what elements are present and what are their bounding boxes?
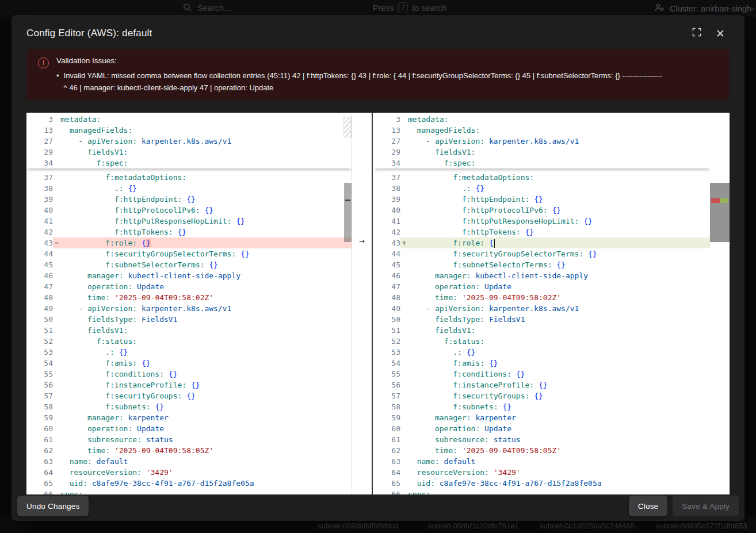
diff-gutter-sash[interactable] (352, 113, 373, 494)
gutter-space (400, 227, 408, 237)
code-line[interactable]: 53 .: {} (26, 347, 352, 358)
code-line[interactable]: 43− f:role: {} (26, 237, 352, 248)
code-line[interactable]: 13 managedFields: (26, 125, 352, 136)
code-line[interactable]: 44 f:securityGroupSelectorTerms: {} (26, 248, 352, 259)
code-line[interactable]: 59 manager: karpenter (26, 412, 352, 423)
code-line[interactable]: 60 operation: Update (26, 423, 352, 434)
code-text: subresource: status (53, 434, 352, 445)
code-line[interactable]: 38 .: {} (374, 183, 710, 194)
code-line[interactable]: 45 f:subnetSelectorTerms: {} (26, 259, 352, 270)
code-line[interactable]: 34 f:spec: (374, 158, 710, 168)
code-line[interactable]: 46 manager: kubectl-client-side-apply (374, 270, 710, 281)
code-line[interactable]: 37 f:metadataOptions: (374, 172, 710, 183)
code-line[interactable]: 56 f:instanceProfile: {} (374, 379, 710, 390)
code-line[interactable]: 55 f:conditions: {} (26, 369, 352, 379)
code-line[interactable]: 41 f:httpPutResponseHopLimit: {} (26, 216, 352, 227)
code-line[interactable]: 40 f:httpProtocolIPv6: {} (374, 205, 710, 216)
code-line[interactable]: 39 f:httpEndpoint: {} (26, 194, 352, 205)
code-line[interactable]: 55 f:conditions: {} (374, 369, 710, 379)
gutter-space (53, 136, 60, 147)
code-line[interactable]: 39 f:httpEndpoint: {} (374, 194, 710, 205)
code-line[interactable]: 48 time: '2025-09-04T09:58:02Z' (374, 292, 710, 303)
code-line[interactable]: 58 f:subnets: {} (26, 401, 352, 412)
save-apply-button[interactable]: Save & Apply (673, 496, 739, 516)
code-line[interactable]: 49 - apiVersion: karpenter.k8s.aws/v1 (374, 303, 710, 314)
code-line[interactable]: 63 name: default (374, 456, 710, 467)
error-icon: ! (38, 57, 49, 68)
code-line[interactable]: 62 time: '2025-09-04T09:58:05Z' (26, 445, 352, 456)
code-line[interactable]: 29 fieldsV1: (26, 147, 352, 158)
code-text: f:amis: {} (53, 358, 352, 369)
code-line[interactable]: 60 operation: Update (374, 423, 710, 434)
code-line[interactable]: 43+ f:role: { (374, 237, 710, 248)
code-line[interactable]: 52 f:status: (26, 336, 352, 347)
code-text: fieldsType: FieldsV1 (53, 314, 352, 325)
code-line[interactable]: 37 f:metadataOptions: (26, 172, 352, 183)
code-text: managedFields: (53, 125, 352, 136)
code-line[interactable]: 40 f:httpProtocolIPv6: {} (26, 205, 352, 216)
yaml-diff-editor[interactable]: 3 metadata:13 managedFields:27 - apiVers… (26, 113, 730, 494)
code-line[interactable]: 66 spec: (374, 489, 710, 494)
code-line[interactable]: 57 f:securityGroups: {} (374, 390, 710, 401)
code-line[interactable]: 63 name: default (26, 456, 352, 467)
gutter-space (53, 227, 60, 237)
code-line[interactable]: 46 manager: kubectl-client-side-apply (26, 270, 352, 281)
code-line[interactable]: 48 time: '2025-09-04T09:58:02Z' (26, 292, 352, 303)
close-button[interactable]: ✕ (712, 25, 728, 41)
diff-modified-pane[interactable]: 3 metadata:13 managedFields:27 - apiVers… (374, 113, 710, 494)
code-line[interactable]: 29 fieldsV1: (374, 147, 710, 158)
code-text: f:securityGroups: {} (400, 390, 710, 401)
code-line[interactable]: 50 fieldsType: FieldsV1 (26, 314, 352, 325)
code-line[interactable]: 51 fieldsV1: (26, 325, 352, 336)
fullscreen-button[interactable] (689, 25, 705, 41)
code-line[interactable]: 51 fieldsV1: (374, 325, 710, 336)
gutter-space (53, 336, 60, 347)
code-line[interactable]: 49 - apiVersion: karpenter.k8s.aws/v1 (26, 303, 352, 314)
diff-original-pane[interactable]: 3 metadata:13 managedFields:27 - apiVers… (26, 113, 352, 494)
scrollbar-thumb[interactable] (344, 183, 352, 242)
code-line[interactable]: 27 - apiVersion: karpenter.k8s.aws/v1 (374, 136, 710, 147)
code-line[interactable]: 38 .: {} (26, 183, 352, 194)
code-text: f:instanceProfile: {} (400, 379, 710, 390)
overview-ruler[interactable] (710, 113, 730, 494)
code-line[interactable]: 34 f:spec: (26, 158, 352, 168)
code-line[interactable]: 53 .: {} (374, 347, 710, 358)
code-line[interactable]: 65 uid: c8afe97e-38cc-4f91-a767-d15f2a8f… (26, 478, 352, 489)
code-line[interactable]: 42 f:httpTokens: {} (374, 227, 710, 237)
revert-change-button[interactable]: → (353, 235, 371, 246)
code-line[interactable]: 64 resourceVersion: '3429' (374, 467, 710, 478)
sticky-scroll-header: 3 metadata:13 managedFields:27 - apiVers… (26, 113, 352, 168)
code-line[interactable]: 57 f:securityGroups: {} (26, 390, 352, 401)
code-line[interactable]: 54 f:amis: {} (26, 358, 352, 369)
undo-changes-button[interactable]: Undo Changes (17, 496, 89, 516)
code-line[interactable]: 62 time: '2025-09-04T09:58:05Z' (374, 445, 710, 456)
gutter-space (400, 303, 408, 314)
code-line[interactable]: 3 metadata: (374, 114, 710, 125)
code-line[interactable]: 13 managedFields: (374, 125, 710, 136)
code-line[interactable]: 64 resourceVersion: '3429' (26, 467, 352, 478)
scrollbar-thumb[interactable] (710, 183, 730, 242)
gutter-space (400, 412, 408, 423)
code-line[interactable]: 58 f:subnets: {} (374, 401, 710, 412)
code-line[interactable]: 42 f:httpTokens: {} (26, 227, 352, 237)
code-line[interactable]: 47 operation: Update (26, 281, 352, 292)
code-text: time: '2025-09-04T09:58:02Z' (53, 292, 352, 303)
code-line[interactable]: 66 spec: (26, 489, 352, 494)
code-line[interactable]: 50 fieldsType: FieldsV1 (374, 314, 710, 325)
code-line[interactable]: 54 f:amis: {} (374, 358, 710, 369)
validation-title: Validation Issues: (56, 56, 662, 65)
code-line[interactable]: 56 f:instanceProfile: {} (26, 379, 352, 390)
code-line[interactable]: 61 subresource: status (26, 434, 352, 445)
code-line[interactable]: 59 manager: karpenter (374, 412, 710, 423)
code-line[interactable]: 61 subresource: status (374, 434, 710, 445)
code-line[interactable]: 3 metadata: (26, 114, 352, 125)
gutter-space (400, 183, 408, 194)
code-line[interactable]: 52 f:status: (374, 336, 710, 347)
code-line[interactable]: 27 - apiVersion: karpenter.k8s.aws/v1 (26, 136, 352, 147)
close-dialog-button[interactable]: Close (629, 496, 668, 516)
code-line[interactable]: 45 f:subnetSelectorTerms: {} (374, 259, 710, 270)
code-line[interactable]: 44 f:securityGroupSelectorTerms: {} (374, 248, 710, 259)
code-line[interactable]: 41 f:httpPutResponseHopLimit: {} (374, 216, 710, 227)
code-line[interactable]: 65 uid: c8afe97e-38cc-4f91-a767-d15f2a8f… (374, 478, 710, 489)
code-line[interactable]: 47 operation: Update (374, 281, 710, 292)
